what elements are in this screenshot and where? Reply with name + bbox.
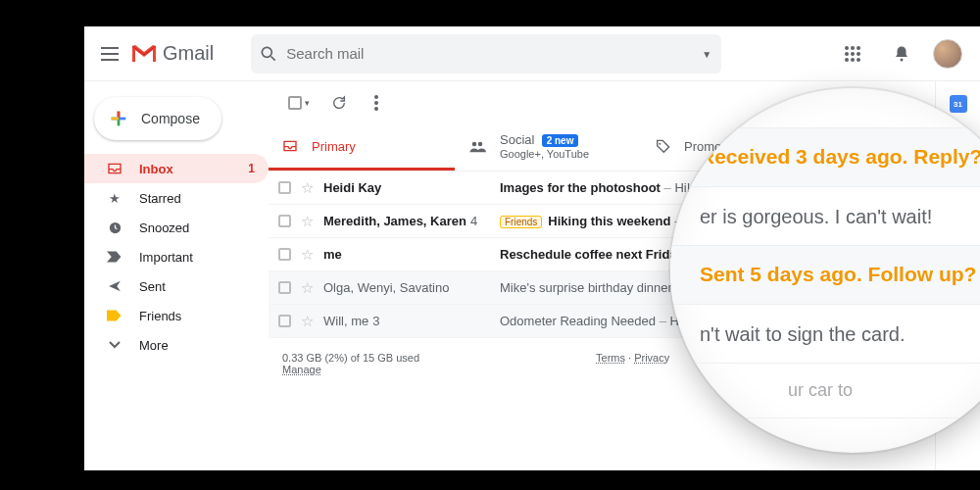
svg-point-7 <box>845 58 849 62</box>
svg-point-16 <box>478 141 483 146</box>
tab-sublabel: Google+, YouTube <box>500 148 589 161</box>
search-icon <box>259 44 278 64</box>
svg-point-12 <box>374 95 378 99</box>
tab-badge: 2 new <box>542 134 579 147</box>
svg-point-4 <box>845 52 849 56</box>
nudge-sent-text: Sent 5 days ago. Follow up? <box>700 263 980 286</box>
svg-point-17 <box>659 142 661 144</box>
row-checkbox[interactable] <box>278 248 291 261</box>
app-logo[interactable]: Gmail <box>127 42 221 65</box>
select-all-checkbox[interactable]: ▾ <box>278 85 319 121</box>
refresh-icon[interactable] <box>321 85 357 121</box>
tab-primary[interactable]: Primary <box>269 124 455 171</box>
sidebar-item-count: 1 <box>248 162 255 175</box>
label-icon <box>106 310 123 321</box>
sidebar-item-label: Important <box>139 250 193 265</box>
sidebar-item-label: Sent <box>139 279 166 294</box>
magnified-snippet: er is gorgeous. I can't wait! <box>700 206 980 228</box>
chevron-down-icon <box>106 341 123 349</box>
plus-icon <box>108 108 129 129</box>
svg-point-3 <box>857 46 860 50</box>
device-frame: Gmail ▼ <box>63 10 980 470</box>
star-icon[interactable]: ☆ <box>301 179 314 197</box>
more-actions-icon[interactable] <box>359 85 394 121</box>
sidebar-item-starred[interactable]: ★ Starred <box>84 183 269 213</box>
star-icon: ★ <box>106 191 123 206</box>
sidebar-item-snoozed[interactable]: Snoozed <box>84 213 269 242</box>
nudge-received-text: Received 3 days ago. Reply? <box>700 145 980 169</box>
svg-point-9 <box>857 58 860 62</box>
menu-icon[interactable] <box>92 36 127 72</box>
inbox-icon <box>106 161 123 176</box>
primary-tab-icon <box>282 138 298 154</box>
row-checkbox[interactable] <box>278 181 291 194</box>
sidebar-item-label: Inbox <box>139 162 173 176</box>
svg-point-1 <box>845 46 849 50</box>
label-chip: Friends <box>500 216 542 228</box>
compose-button[interactable]: Compose <box>94 97 221 140</box>
terms-link[interactable]: Terms <box>596 352 625 364</box>
magnified-snippet: ur car to <box>788 380 980 401</box>
clock-icon <box>106 220 123 235</box>
star-icon[interactable]: ☆ <box>301 313 314 330</box>
tab-social[interactable]: Social 2 new Google+, YouTube <box>455 124 641 171</box>
sidebar-item-more[interactable]: More <box>84 330 269 360</box>
sidebar-item-sent[interactable]: Sent <box>84 271 269 301</box>
row-sender: me <box>323 247 490 262</box>
notifications-icon[interactable] <box>884 36 919 72</box>
app-name: Gmail <box>163 42 214 65</box>
svg-point-6 <box>857 52 860 56</box>
sidebar-item-label: Snoozed <box>139 220 189 235</box>
social-tab-icon <box>468 140 486 154</box>
star-icon[interactable]: ☆ <box>301 279 314 297</box>
row-sender: Olga, Wenyi, Savatino <box>323 280 490 295</box>
manage-storage-link[interactable]: Manage <box>282 364 321 375</box>
account-avatar[interactable] <box>933 39 962 69</box>
svg-point-8 <box>851 58 855 62</box>
svg-point-14 <box>374 107 378 111</box>
svg-point-13 <box>374 101 378 105</box>
important-icon <box>106 251 123 263</box>
sidebar-item-inbox[interactable]: Inbox 1 <box>84 154 269 183</box>
sidebar-item-important[interactable]: Important <box>84 242 269 271</box>
tab-label: Primary <box>312 139 356 154</box>
svg-point-15 <box>472 141 477 146</box>
search-bar[interactable]: ▼ <box>251 34 721 74</box>
row-sender: Will, me3 <box>323 314 490 328</box>
header-actions <box>835 36 972 72</box>
row-checkbox[interactable] <box>278 215 291 227</box>
sidebar: Compose Inbox 1 ★ Starred Snoozed <box>84 81 269 470</box>
search-options-caret-icon[interactable]: ▼ <box>702 48 711 59</box>
sent-icon <box>106 279 123 293</box>
tab-label: Social <box>500 132 534 147</box>
row-checkbox[interactable] <box>278 315 291 327</box>
row-sender: Heidi Kay <box>323 180 490 195</box>
sidebar-item-label: Friends <box>139 309 181 323</box>
calendar-app-icon[interactable] <box>950 95 967 113</box>
svg-point-2 <box>851 46 855 50</box>
star-icon[interactable]: ☆ <box>301 246 314 264</box>
gmail-logo-icon <box>131 44 157 64</box>
svg-point-0 <box>263 47 272 57</box>
privacy-link[interactable]: Privacy <box>634 352 669 364</box>
sidebar-item-label: Starred <box>139 191 181 206</box>
row-checkbox[interactable] <box>278 281 291 294</box>
app-header: Gmail ▼ <box>84 26 980 81</box>
sidebar-item-friends[interactable]: Friends <box>84 301 269 330</box>
sidebar-item-label: More <box>139 338 169 353</box>
row-sender: Meredith, James, Karen4 <box>323 214 490 228</box>
svg-point-10 <box>901 58 904 61</box>
compose-label: Compose <box>141 111 200 126</box>
storage-text: 0.33 GB (2%) of 15 GB used <box>282 352 419 364</box>
promotions-tab-icon <box>655 139 670 155</box>
star-icon[interactable]: ☆ <box>301 213 314 230</box>
apps-icon[interactable] <box>835 36 870 72</box>
svg-point-5 <box>851 52 855 56</box>
magnified-snippet: n't wait to sign the card. <box>700 323 980 346</box>
search-input[interactable] <box>286 45 713 62</box>
